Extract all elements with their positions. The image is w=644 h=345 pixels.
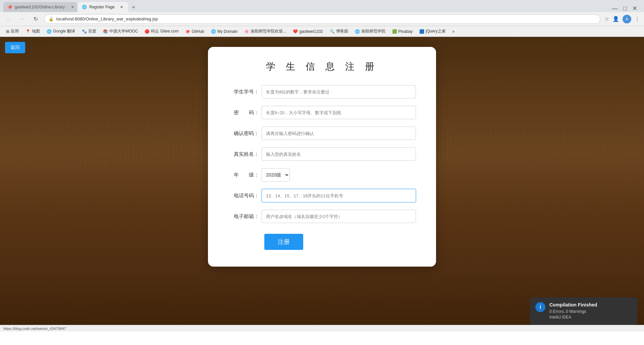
bookmark-pixabay[interactable]: 🟩 Pixabay	[389, 28, 416, 34]
tab-github-close[interactable]: ✕	[70, 4, 75, 10]
tab-github-favicon: 🐙	[7, 5, 12, 9]
phone-label: 电话号码：	[228, 193, 262, 199]
bookmark-lynu2[interactable]: 🌐 洛阳师范学院	[352, 28, 388, 35]
confirm-password-input[interactable]	[262, 127, 416, 140]
bookmark-github[interactable]: 🐙 GitHub	[182, 28, 207, 34]
tabs-bar: 🐙 gaoliwei1102/Online-Library: ✕ 🌐 Regis…	[0, 0, 644, 12]
bookmark-gaoliwei[interactable]: ❤️ gaoliwei1102	[290, 28, 325, 34]
grade-row: 年 级： 2020级 2021级 2019级 2018级	[228, 168, 416, 182]
student-id-row: 学生学号：	[228, 85, 416, 98]
notification-line2: IntelliJ IDEA	[549, 315, 597, 320]
forward-button[interactable]: →	[17, 14, 27, 24]
profile-avatar[interactable]: A	[623, 15, 631, 23]
refresh-button[interactable]: ↻	[31, 14, 40, 24]
real-name-label: 真实姓名：	[228, 151, 262, 157]
bookmark-translate[interactable]: 🌐 Google 翻译	[44, 28, 78, 35]
password-row: 密 码：	[228, 106, 416, 119]
email-row: 电子邮箱：	[228, 210, 416, 223]
real-name-input[interactable]	[262, 147, 416, 161]
phone-row: 电话号码：	[228, 189, 416, 202]
address-bar: ← → ↻ 🔒 localhost:8080/Online_Library_wa…	[0, 12, 644, 26]
tab-github-label: gaoliwei1102/Online-Library:	[15, 5, 66, 9]
tab-register[interactable]: 🌐 Register Page ✕	[78, 2, 128, 12]
bookmark-map[interactable]: 📍 地图	[23, 28, 43, 35]
form-title: 学 生 信 息 注 册	[228, 60, 416, 73]
tab-register-label: Register Page	[89, 5, 115, 9]
window-controls: — □ ✕	[612, 5, 641, 12]
tab-github[interactable]: 🐙 gaoliwei1102/Online-Library: ✕	[3, 2, 77, 12]
notification-popup: i Compilation Finished 0 Errors, 0 Warni…	[530, 297, 637, 325]
minimize-button[interactable]: —	[612, 5, 618, 12]
bookmark-baidu[interactable]: 🐾 百度	[79, 28, 99, 35]
close-button[interactable]: ✕	[632, 5, 637, 12]
menu-icon[interactable]: ⋮	[635, 16, 640, 22]
email-label: 电子邮箱：	[228, 213, 262, 220]
bookmarks-bar: ⊞ 应用 📍 地图 🌐 Google 翻译 🐾 百度 📚 中国大学MOOC 🔴 …	[0, 26, 644, 37]
confirm-password-label: 确认密码：	[228, 130, 262, 137]
url-box[interactable]: 🔒 localhost:8080/Online_Library_war_expl…	[44, 14, 600, 24]
bookmark-more[interactable]: »	[450, 28, 458, 34]
bookmark-mydomain[interactable]: 🌐 学 生 信 息 注 册 My Domain	[208, 28, 240, 34]
url-text: localhost:8080/Online_Library_war_explod…	[56, 16, 596, 21]
bookmark-lynu[interactable]: 🌸 洛阳师范学院欢迎...	[241, 28, 289, 35]
status-bar: https://blog.csdn.net/weixin_43479947	[0, 325, 644, 332]
phone-input[interactable]	[262, 189, 416, 202]
profile-icon-1[interactable]: 👤	[612, 16, 619, 22]
student-id-input[interactable]	[262, 85, 416, 98]
return-button[interactable]: 返回	[5, 42, 25, 53]
bookmark-gitee[interactable]: 🔴 码云 Gitee.com	[142, 28, 181, 35]
bookmark-apps[interactable]: ⊞ 应用	[3, 28, 21, 35]
bookmark-cnblogs[interactable]: 🔍 博客园	[327, 28, 351, 35]
registration-form-card: 学 生 信 息 注 册 学生学号： 密 码： 确认密码： 真实姓名： 年 级： …	[208, 47, 436, 267]
back-button[interactable]: ←	[4, 14, 13, 24]
tab-register-close[interactable]: ✕	[119, 4, 124, 10]
tab-register-favicon: 🌐	[82, 5, 87, 9]
toolbar-icons: ☆ 👤 A ⋮	[604, 15, 640, 23]
grade-label: 年 级：	[228, 172, 262, 178]
password-input[interactable]	[262, 106, 416, 119]
confirm-password-row: 确认密码：	[228, 127, 416, 140]
password-label: 密 码：	[228, 110, 262, 116]
star-icon[interactable]: ☆	[604, 16, 609, 22]
submit-button[interactable]: 注册	[264, 234, 303, 250]
notification-title: Compilation Finished	[549, 302, 597, 307]
grade-select[interactable]: 2020级 2021级 2019级 2018级	[262, 168, 290, 182]
email-input[interactable]	[262, 210, 416, 223]
student-id-label: 学生学号：	[228, 89, 262, 95]
notification-content: Compilation Finished 0 Errors, 0 Warning…	[549, 302, 597, 320]
browser-chrome: 🐙 gaoliwei1102/Online-Library: ✕ 🌐 Regis…	[0, 0, 644, 37]
real-name-row: 真实姓名：	[228, 147, 416, 161]
status-url: https://blog.csdn.net/weixin_43479947	[3, 327, 66, 331]
bookmark-jquery[interactable]: 🟦 jQuery之家	[417, 28, 448, 35]
notification-line1: 0 Errors, 0 Warnings	[549, 309, 597, 315]
maximize-button[interactable]: □	[623, 5, 627, 12]
lock-icon: 🔒	[49, 17, 54, 21]
notification-icon: i	[535, 302, 545, 312]
page-content: 返回 学 生 信 息 注 册 学生学号： 密 码： 确认密码： 真实姓名： 年 …	[0, 37, 644, 332]
new-tab-button[interactable]: +	[129, 3, 138, 12]
bookmark-mooc[interactable]: 📚 中国大学MOOC	[100, 28, 141, 35]
